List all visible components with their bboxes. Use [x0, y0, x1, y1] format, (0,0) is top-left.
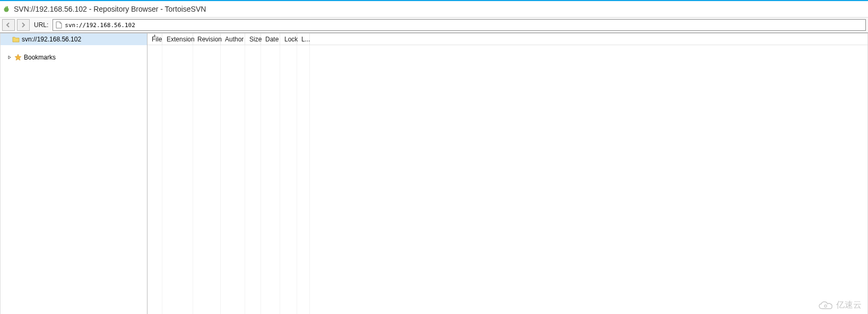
titlebar: SVN://192.168.56.102 - Repository Browse…: [0, 1, 868, 17]
column-label: Lock: [284, 36, 298, 43]
tree-item-repo[interactable]: svn://192.168.56.102: [1, 33, 147, 45]
column-label: Extension: [167, 36, 195, 43]
column-header-author[interactable]: Author: [221, 33, 245, 45]
window-title: SVN://192.168.56.102 - Repository Browse…: [14, 5, 206, 13]
column-header-file[interactable]: ▲ File: [147, 33, 162, 45]
column-dividers: [147, 45, 867, 314]
tortoisesvn-icon: [3, 5, 11, 13]
watermark-text: 亿速云: [836, 300, 862, 311]
tree-item-bookmarks[interactable]: Bookmarks: [1, 52, 147, 63]
svg-point-0: [4, 7, 9, 12]
column-label: Date: [265, 36, 279, 43]
column-label: L...: [301, 36, 310, 43]
toolbar: URL:: [0, 17, 868, 33]
column-label: Author: [225, 36, 244, 43]
url-field[interactable]: [53, 19, 866, 31]
column-header-size[interactable]: Size: [245, 33, 261, 45]
svg-point-1: [7, 6, 8, 7]
list-body[interactable]: [147, 45, 867, 314]
tree-item-label: Bookmarks: [24, 54, 56, 61]
file-list[interactable]: ▲ File Extension Revision Author Size Da…: [147, 33, 868, 314]
column-header-revision[interactable]: Revision: [193, 33, 221, 45]
sort-asc-icon: ▲: [153, 33, 157, 37]
forward-button[interactable]: [17, 19, 30, 31]
svg-point-2: [824, 304, 827, 307]
column-label: Size: [249, 36, 262, 43]
column-label: Revision: [197, 36, 222, 43]
tree-spacer: [1, 45, 147, 52]
url-label: URL:: [34, 21, 48, 29]
column-header-extra[interactable]: L...: [297, 33, 310, 45]
column-header-date[interactable]: Date: [261, 33, 280, 45]
column-header-lock[interactable]: Lock: [280, 33, 297, 45]
column-headers: ▲ File Extension Revision Author Size Da…: [147, 33, 867, 45]
watermark: 亿速云: [818, 300, 862, 311]
tree-item-label: svn://192.168.56.102: [22, 36, 81, 43]
folder-icon: [12, 36, 20, 43]
tree-sidebar[interactable]: svn://192.168.56.102 Bookmarks: [0, 33, 147, 314]
back-button[interactable]: [2, 19, 15, 31]
column-header-extension[interactable]: Extension: [162, 33, 193, 45]
star-icon: [14, 54, 22, 61]
chevron-right-icon[interactable]: [7, 55, 12, 60]
cloud-icon: [818, 300, 833, 311]
content-area: svn://192.168.56.102 Bookmarks ▲ File Ex…: [0, 33, 868, 314]
url-input[interactable]: [65, 20, 865, 30]
document-icon: [55, 21, 63, 29]
